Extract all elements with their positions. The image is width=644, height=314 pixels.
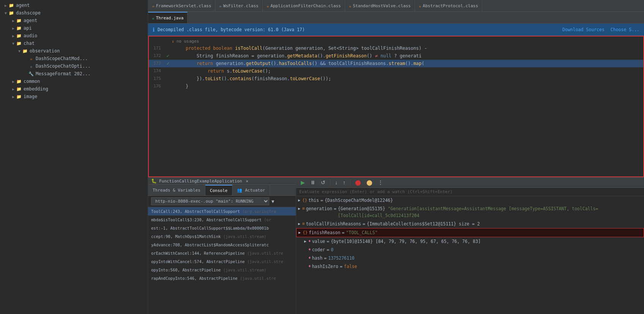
var-name: coder — [312, 246, 325, 253]
tree-item-image[interactable]: ▶ 📁 image — [0, 93, 148, 100]
step-over-button[interactable]: ↓ — [333, 179, 339, 186]
folder-icon: 📁 — [8, 10, 14, 16]
tree-label: dashscope — [16, 10, 41, 16]
tab-abstractprotocol[interactable]: ☕ AbstractProtocol.class — [415, 0, 482, 11]
toolbar-separator — [330, 179, 330, 186]
tab-applicationfilterchain[interactable]: ☕ ApplicationFilterChain.class — [263, 0, 345, 11]
line-number: 176 — [149, 82, 164, 90]
var-hash[interactable]: ♦ hash = 1375276110 — [296, 254, 644, 262]
info-icon: ℹ — [153, 27, 155, 33]
tab-label: AbstractProtocol.class — [423, 3, 478, 8]
debug-tab-console[interactable]: Console — [205, 185, 232, 195]
var-eq: = — [320, 197, 323, 204]
stack-frame-5[interactable]: orEachWithCancel:144, ReferencePipeline … — [148, 249, 296, 257]
info-text: Decompiled .class file, bytecode version… — [158, 27, 305, 32]
tree-label: agent — [16, 3, 30, 8]
var-arrow: ▶ — [296, 220, 302, 227]
tree-item-agent[interactable]: ▶ 📁 agent — [0, 2, 148, 9]
var-coder[interactable]: ♦ coder = 0 — [296, 246, 644, 254]
toolbar-separator — [350, 179, 350, 186]
file-icon: ☕ — [28, 63, 34, 69]
stack-frame-1[interactable]: mbda$isToolCall$3:230, AbstractToolCallS… — [148, 216, 296, 224]
stack-frame-3[interactable]: ccept:90, MatchOps$1MatchSink (java.util… — [148, 232, 296, 241]
var-name: hash — [312, 255, 323, 262]
stack-frame-2[interactable]: est:-1, AbstractToolCallSupport$$Lambda/… — [148, 224, 296, 232]
frame-text: opyIntoWithCancel:574, AbstractPipeline … — [151, 259, 283, 264]
line-content: } — [172, 82, 643, 90]
tab-icon: ☕ — [219, 3, 222, 8]
choose-link[interactable]: Choose S... — [611, 27, 639, 32]
debug-run-name[interactable]: FunctionCallingExampleApplication — [159, 179, 242, 184]
no-usages-line: ↓ no usages — [149, 38, 643, 44]
var-value: false — [344, 263, 357, 270]
tree-item-messageformat[interactable]: 🔧 MessageFormat 202... — [0, 70, 148, 78]
tab-label: Console — [210, 188, 227, 193]
folder-icon: 📁 — [16, 94, 22, 100]
download-sources-link[interactable]: Download Sources — [562, 27, 605, 32]
step-into-button[interactable]: ↑ — [341, 179, 347, 186]
tree-item-observation[interactable]: ▼ 📁 observation — [0, 47, 148, 55]
var-generation[interactable]: ▶ ≡ generation = {Generation@15135} "Gen… — [296, 205, 644, 220]
var-eq: = — [327, 246, 329, 253]
var-arrow: ▶ — [296, 197, 302, 204]
stack-frame-8[interactable]: rapAndCopyInto:546, AbstractPipeline (ja… — [148, 274, 296, 282]
debug-tab-threads[interactable]: Threads & Variables — [148, 185, 205, 195]
tab-label: FrameworkServlet.class — [156, 3, 212, 8]
stop-button[interactable]: ↺ — [319, 179, 327, 186]
tree-item-common[interactable]: ▶ 📁 common — [0, 78, 148, 85]
folder-icon: 📁 — [16, 17, 22, 24]
debug-run-close[interactable]: ✕ — [246, 179, 249, 184]
tab-label: Thread.java — [156, 16, 184, 21]
stack-frame-7[interactable]: opyInto:560, AbstractPipeline (java.util… — [148, 266, 296, 274]
tree-item-dashscopechatmod[interactable]: ☕ DashScopeChatMod... — [0, 55, 148, 62]
expand-arrow: ▶ — [11, 79, 16, 84]
tab-frameworkservlet[interactable]: ☕ FrameworkServlet.class — [148, 0, 215, 11]
resume-button[interactable]: ▶ — [299, 179, 306, 186]
var-finishreason[interactable]: ▶ {} finishReason = "TOOL_CALLS" — [296, 228, 644, 237]
expand-arrow: ▶ — [11, 87, 16, 91]
frame-text: mbda$isToolCall$3:230, AbstractToolCallS… — [151, 217, 271, 222]
var-value: 0 — [331, 246, 333, 253]
tab-wsfilter[interactable]: ☕ WsFilter.class — [215, 0, 262, 11]
tree-item-api[interactable]: ▶ 📁 api — [0, 24, 148, 32]
tree-item-audio[interactable]: ▶ 📁 audio — [0, 32, 148, 40]
tree-item-agent2[interactable]: ▶ 📁 agent — [0, 17, 148, 24]
tree-item-dashscope[interactable]: ▼ 📁 dashscope — [0, 9, 148, 17]
pause-button[interactable]: ⏸ — [309, 179, 317, 186]
var-icon: ≡ — [302, 205, 305, 212]
no-usages-text: no usages — [177, 39, 199, 44]
stack-frame-6[interactable]: opyIntoWithCancel:574, AbstractPipeline … — [148, 257, 296, 266]
var-eq: = — [342, 229, 344, 236]
filter-icon[interactable]: ▼ — [271, 199, 274, 204]
more-button[interactable]: ⋮ — [376, 179, 385, 186]
code-line-171: 171 protected boolean isToolCall(Generat… — [149, 44, 643, 52]
tabs-row2: ☕ Thread.java — [148, 12, 644, 24]
var-hashiszero[interactable]: ♦ hashIsZero = false — [296, 262, 644, 271]
line-number: 171 — [149, 44, 164, 52]
tab-standardhostvalve[interactable]: ☕ StandardHostValve.class — [345, 0, 415, 11]
debug-tab-actuator[interactable]: 👥 Actuator — [232, 185, 270, 195]
var-toolcallfinishreasons[interactable]: ▶ ≡ toolCallFinishReasons = {ImmutableCo… — [296, 220, 644, 228]
stop-debug-button[interactable]: ⬤ — [354, 179, 363, 186]
expand-arrow: ▶ — [3, 3, 8, 8]
folder-icon: 📁 — [16, 25, 22, 31]
thread-select[interactable]: http-nio-8080-exec-.oup "main": RUNNING — [151, 197, 269, 205]
var-eq: = — [340, 263, 343, 270]
debug-tabs: Threads & Variables Console 👥 Actuator — [148, 185, 296, 196]
tree-label: chat — [24, 41, 35, 46]
tree-item-chat[interactable]: ▼ 📁 chat — [0, 40, 148, 47]
var-this[interactable]: ▶ {} this = {DashScopeChatModel@12246} — [296, 196, 644, 205]
file-tree: ▶ 📁 agent ▼ 📁 dashscope ▶ 📁 agent ▶ 📁 ap… — [0, 0, 148, 314]
tree-item-dashscopechatopti[interactable]: ☕ DashScopeChatOpti... — [0, 62, 148, 70]
tab-label: StandardHostValve.class — [353, 3, 410, 8]
tab-label: WsFilter.class — [223, 3, 259, 8]
tree-item-embedding[interactable]: ▶ 📁 embedding — [0, 85, 148, 93]
tab-thread[interactable]: ☕ Thread.java — [148, 12, 188, 23]
var-value-field[interactable]: ▶ ♦ value = {byte[10]@15148} [84, 79, 79… — [296, 237, 644, 246]
stack-frame-0[interactable]: ToolCall:243, AbstractToolCallSupport (o… — [148, 207, 296, 216]
record-button[interactable]: ⬤ — [365, 179, 374, 186]
var-value: {ImmutableCollections$Set12@15111} size … — [367, 220, 480, 227]
thread-bar: http-nio-8080-exec-.oup "main": RUNNING … — [148, 196, 296, 207]
stack-frame-4[interactable]: yAdvance:708, AbstractList$RandomAccessS… — [148, 241, 296, 249]
var-arrow: ▶ — [302, 238, 308, 245]
